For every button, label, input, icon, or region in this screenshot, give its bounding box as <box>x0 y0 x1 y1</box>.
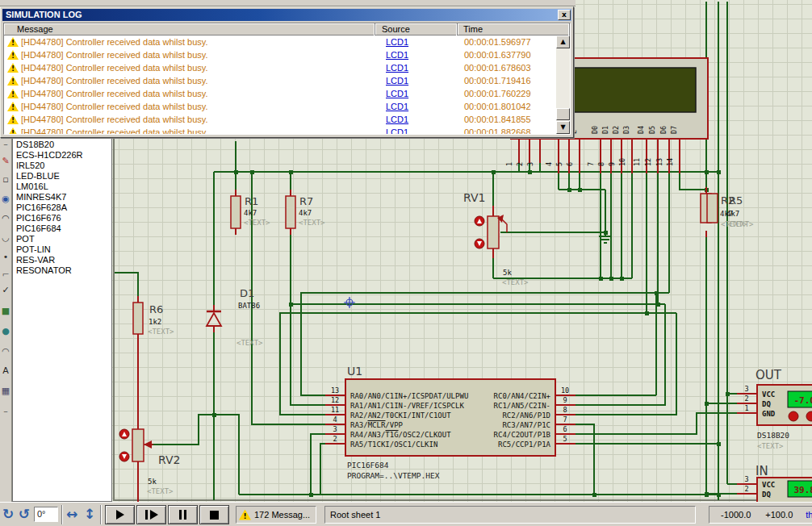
log-source-link[interactable]: LCD1 <box>386 114 408 125</box>
simulation-log-titlebar[interactable]: SIMULATION LOG x <box>2 9 571 21</box>
log-row: [HD44780] Controller received data whils… <box>4 126 556 134</box>
u1-program: PROGRAM=..\VTEMP.HEX <box>347 471 440 480</box>
scroll-up-icon[interactable]: ▲ <box>556 35 570 48</box>
svg-text:D3: D3 <box>622 126 630 134</box>
flip-vertical-icon[interactable]: ↕ <box>84 506 95 522</box>
scroll-down-icon[interactable]: ▼ <box>556 121 570 134</box>
rotate-clockwise-icon[interactable]: ↻ <box>2 506 14 522</box>
parts-list-item[interactable]: PIC16F628A <box>16 202 111 213</box>
log-source-link[interactable]: LCD1 <box>386 101 408 112</box>
rotation-angle-field[interactable]: 0° <box>34 507 58 522</box>
svg-text:9: 9 <box>563 396 567 404</box>
log-source-link[interactable]: LCD1 <box>386 49 408 61</box>
simulation-log-window[interactable]: SIMULATION LOG x Message Source Time [HD… <box>0 6 574 138</box>
log-time: 00:00:01.882668 <box>464 127 531 134</box>
svg-text:RA4/AN3/T1G/OSC2/CLKOUT: RA4/AN3/T1G/OSC2/CLKOUT <box>350 431 451 439</box>
coord-units: th <box>806 507 812 523</box>
parts-list-item[interactable]: MINRES4K7 <box>16 192 111 202</box>
message-count-panel[interactable]: 172 Messag... <box>236 506 316 524</box>
log-row: [HD44780] Controller received data whils… <box>4 100 556 113</box>
probe-icon[interactable]: ◠ <box>0 346 11 357</box>
r5-text: <TEXT> <box>727 220 754 228</box>
parts-list-item[interactable]: LM016L <box>16 182 111 192</box>
component-icon[interactable]: ◉ <box>0 194 11 205</box>
svg-text:12: 12 <box>331 396 339 404</box>
log-row: [HD44780] Controller received data whils… <box>4 48 556 61</box>
resistor-r6[interactable]: R6 1k2 <TEXT> <box>133 303 174 336</box>
close-icon[interactable]: x <box>558 10 571 20</box>
tape-icon[interactable]: ▦ <box>0 386 11 397</box>
log-time: 00:00:01.596977 <box>464 36 531 48</box>
scrollbar-thumb[interactable] <box>556 108 570 120</box>
resistor-r2-r5[interactable]: R2 R5 4k7 4k7 <TEXT> <TEXT> <box>701 194 754 228</box>
selection-icon[interactable]: – <box>0 139 11 150</box>
d1-text: <TEXT> <box>236 339 263 347</box>
ds-out-title: OUT <box>755 368 782 382</box>
junction-dot-icon[interactable]: • <box>0 252 11 263</box>
warning-icon <box>7 115 19 124</box>
bus-icon[interactable]: ⌐ <box>0 269 11 281</box>
ds-out-increase-button[interactable] <box>806 411 812 421</box>
arc2-icon[interactable]: ◡ <box>0 232 11 244</box>
play-button[interactable] <box>105 505 135 524</box>
resistor-r1[interactable]: R1 4k7 <TEXT> <box>231 195 270 228</box>
coord-x: -1000.0 <box>721 507 751 523</box>
log-source-link[interactable]: LCD1 <box>386 75 408 86</box>
resistor-r7[interactable]: R7 4k7 <TEXT> <box>286 195 325 228</box>
svg-text:VCC: VCC <box>762 390 775 399</box>
rv1-value: 5k <box>503 269 512 277</box>
generator-icon[interactable]: ● <box>0 326 11 337</box>
parts-list-item[interactable]: IRL520 <box>16 161 111 171</box>
text-script-icon[interactable]: ▫ <box>0 174 11 186</box>
terminal-icon[interactable]: ■ <box>0 306 11 317</box>
log-source-link[interactable]: LCD1 <box>386 88 408 99</box>
r1-value: 4k7 <box>244 209 257 217</box>
log-client-area: Message Source Time [HD44780] Controller… <box>3 23 571 135</box>
parts-list-item[interactable]: DS18B20 <box>16 140 111 150</box>
parts-list-item[interactable]: POT-LIN <box>16 244 111 255</box>
r6-text: <TEXT> <box>148 328 174 336</box>
parts-list-item[interactable]: RESONATOR <box>16 265 111 276</box>
pot-rv1[interactable]: RV1 5k <TEXT> <box>463 191 529 286</box>
rotate-anticlockwise-icon[interactable]: ↺ <box>19 506 30 522</box>
flip-horizontal-icon[interactable]: ↔ <box>66 506 77 522</box>
svg-text:4: 4 <box>545 162 553 166</box>
ds18b20-out[interactable]: -7.0 OUT DS18B20 <TEXT> 3VCC2DQ1GND <box>744 368 812 450</box>
warning-icon <box>239 510 251 520</box>
column-header-message[interactable]: Message <box>4 23 375 35</box>
marker-icon[interactable]: – <box>0 406 11 417</box>
parts-list-panel[interactable]: DS18B20ECS-H1CD226RIRL520LED-BLUELM016LM… <box>12 137 112 502</box>
pot-rv2[interactable]: RV2 5k <TEXT> <box>119 429 180 495</box>
stop-button[interactable] <box>199 505 229 524</box>
log-source-link[interactable]: LCD1 <box>386 62 408 73</box>
column-header-source[interactable]: Source <box>375 23 458 35</box>
pause-button[interactable] <box>168 505 198 524</box>
parts-list-item[interactable]: PIC16F684 <box>16 223 111 234</box>
rv2-value: 5k <box>148 478 157 486</box>
ds-in-title: IN <box>755 464 768 478</box>
svg-text:1: 1 <box>744 404 748 412</box>
svg-text:2: 2 <box>744 485 748 493</box>
graph-icon[interactable]: A <box>0 365 11 377</box>
log-scrollbar[interactable]: ▲ ▼ <box>556 35 570 134</box>
log-source-link[interactable]: LCD1 <box>386 36 408 48</box>
parts-list-item[interactable]: PIC16F676 <box>16 213 111 223</box>
instant-edit-icon[interactable]: ✓ <box>0 285 11 296</box>
parts-list-item[interactable]: LED-BLUE <box>16 171 111 182</box>
mcu-u1[interactable]: U1 PIC16F684 PROGRAM=..\VTEMP.HEX 13RA0/… <box>331 365 569 480</box>
svg-text:D2: D2 <box>612 126 620 134</box>
parts-list-item[interactable]: ECS-H1CD226R <box>16 150 111 161</box>
diode-d1[interactable]: D1 BAT86 <TEXT> <box>207 287 263 347</box>
arc-icon[interactable]: ◠ <box>0 213 11 224</box>
svg-text:DQ: DQ <box>762 400 771 408</box>
ds-out-decrease-button[interactable] <box>789 411 798 421</box>
step-button[interactable] <box>136 505 166 524</box>
ds-in-value: 39.8 <box>794 485 812 495</box>
log-message: [HD44780] Controller received data whils… <box>21 88 208 99</box>
wire-label-icon[interactable]: ✎ <box>0 156 11 167</box>
column-header-time[interactable]: Time <box>458 23 570 35</box>
svg-text:RA2/AN2/T0CKI/INT/C1OUT: RA2/AN2/T0CKI/INT/C1OUT <box>350 411 451 420</box>
log-source-link[interactable]: LCD1 <box>386 127 408 134</box>
parts-list-item[interactable]: RES-VAR <box>16 255 111 265</box>
parts-list-item[interactable]: POT <box>16 234 111 244</box>
